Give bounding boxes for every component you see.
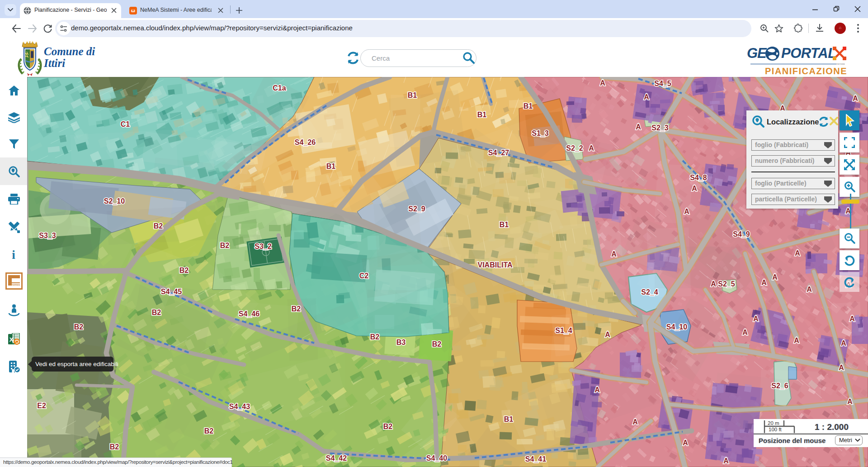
svg-text:C1: C1 [121, 120, 130, 128]
svg-text:S2_6: S2_6 [771, 382, 788, 390]
svg-text:X: X [9, 336, 14, 343]
svg-text:B1: B1 [326, 162, 336, 170]
svg-text:A: A [853, 95, 858, 102]
svg-text:A: A [611, 250, 617, 258]
svg-text:B1: B1 [500, 221, 509, 229]
svg-text:S4_10: S4_10 [666, 323, 687, 331]
svg-text:A: A [684, 208, 689, 215]
svg-text:A: A [761, 279, 767, 286]
svg-text:B2: B2 [110, 443, 119, 451]
svg-text:A: A [711, 280, 716, 288]
svg-text:A: A [839, 364, 844, 372]
svg-text:S4_9: S4_9 [733, 230, 750, 238]
svg-text:B2: B2 [292, 305, 301, 313]
svg-text:A: A [589, 144, 594, 152]
svg-text:S2_5: S2_5 [718, 280, 735, 288]
svg-text:B2: B2 [383, 423, 393, 430]
svg-text:C2: C2 [359, 272, 369, 280]
svg-text:A: A [644, 93, 649, 101]
svg-text:S1_4: S1_4 [555, 327, 572, 334]
svg-text:A: A [841, 339, 846, 347]
svg-text:S4_45: S4_45 [161, 288, 182, 295]
svg-text:A: A [794, 337, 799, 344]
svg-text:S2_9: S2_9 [408, 205, 425, 213]
svg-text:S4_26: S4_26 [295, 138, 316, 146]
svg-text:E2: E2 [37, 402, 46, 410]
svg-text:S3_3: S3_3 [39, 232, 56, 239]
svg-text:B1: B1 [477, 111, 487, 119]
svg-text:A: A [683, 439, 688, 447]
svg-text:A: A [600, 79, 605, 87]
svg-text:S2_3: S2_3 [651, 124, 668, 132]
svg-text:A: A [795, 249, 800, 257]
svg-text:S4_42: S4_42 [326, 454, 347, 462]
svg-text:S4_41: S4_41 [525, 455, 546, 463]
svg-text:A: A [742, 329, 748, 336]
svg-text:B2: B2 [370, 333, 380, 341]
svg-text:A: A [632, 418, 638, 426]
svg-text:B2: B2 [74, 323, 84, 331]
svg-text:B2: B2 [432, 340, 442, 348]
svg-text:S3_2: S3_2 [255, 243, 271, 250]
svg-text:S4_40: S4_40 [426, 454, 447, 462]
svg-text:S2_2: S2_2 [566, 144, 583, 152]
svg-text:S4_5: S4_5 [654, 80, 671, 87]
svg-text:B2: B2 [179, 267, 189, 274]
svg-text:B1: B1 [408, 91, 417, 99]
svg-text:nemea: nemea [12, 283, 20, 286]
svg-text:A: A [692, 185, 697, 192]
svg-text:B1: B1 [504, 415, 514, 423]
svg-text:A: A [849, 315, 855, 323]
svg-text:A: A [847, 398, 853, 405]
svg-text:A: A [723, 457, 729, 465]
svg-text:C1a: C1a [273, 84, 286, 92]
svg-text:B2: B2 [152, 309, 161, 316]
svg-text:VIABILITA: VIABILITA [477, 261, 512, 269]
svg-text:S1_3: S1_3 [532, 129, 548, 137]
svg-text:B2: B2 [154, 222, 163, 230]
svg-text:A: A [594, 386, 600, 394]
svg-text:S4_46: S4_46 [239, 310, 259, 318]
svg-text:B2: B2 [220, 242, 230, 249]
svg-text:A: A [605, 331, 610, 338]
svg-text:S4_43: S4_43 [229, 403, 250, 410]
svg-text:A: A [807, 286, 812, 293]
svg-text:S2_10: S2_10 [104, 197, 125, 205]
svg-text:S4_8: S4_8 [690, 174, 707, 181]
svg-text:B3: B3 [396, 338, 406, 346]
svg-text:A: A [772, 273, 778, 281]
svg-text:A: A [753, 315, 759, 323]
svg-text:B2: B2 [204, 427, 214, 435]
svg-text:S4_27: S4_27 [488, 149, 509, 157]
svg-text:A: A [636, 123, 641, 131]
svg-text:B1: B1 [524, 102, 533, 110]
svg-text:S2_4: S2_4 [641, 288, 658, 296]
